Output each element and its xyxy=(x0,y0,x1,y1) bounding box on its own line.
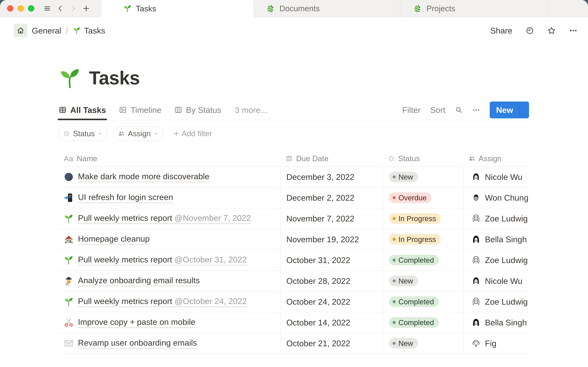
more-options-icon[interactable] xyxy=(569,26,578,35)
task-title-link[interactable]: Make dark mode more discoverable xyxy=(78,172,209,182)
task-name-cell[interactable]: Improve copy + paste on mobile xyxy=(59,312,280,333)
assignee-cell[interactable]: Nicole Wu xyxy=(463,271,529,291)
view-options-icon[interactable] xyxy=(472,106,480,114)
task-name-cell[interactable]: Pull weekly metrics report @October 31, … xyxy=(59,250,280,270)
task-title-link[interactable]: Revamp user onboarding emails xyxy=(78,338,197,349)
new-button[interactable]: New xyxy=(490,101,529,118)
sidebar-toggle-icon[interactable] xyxy=(43,5,51,12)
status-filter-chip[interactable]: Status xyxy=(59,126,108,141)
task-name-cell[interactable]: Pull weekly metrics report @October 24, … xyxy=(59,292,280,312)
assignee-cell[interactable]: Fig xyxy=(463,333,529,354)
status-badge[interactable]: New xyxy=(389,172,418,182)
column-header-assign[interactable]: Assign xyxy=(463,151,529,166)
back-icon[interactable] xyxy=(57,5,64,12)
table-row[interactable]: Pull weekly metrics report @November 7, … xyxy=(59,208,529,229)
task-name-cell[interactable]: Revamp user onboarding emails xyxy=(59,333,280,354)
status-badge[interactable]: Overdue xyxy=(389,192,432,203)
due-date-cell[interactable]: October 14, 2022 xyxy=(280,312,383,333)
add-filter-button[interactable]: Add filter xyxy=(173,129,212,138)
due-date-cell[interactable]: November 7, 2022 xyxy=(280,208,383,229)
clock-icon[interactable] xyxy=(526,26,534,35)
breadcrumb-item-tasks[interactable]: Tasks xyxy=(73,26,105,35)
assignee-cell[interactable]: Bella Singh xyxy=(463,229,529,250)
task-title-link[interactable]: Analyze onboarding email results xyxy=(78,275,200,286)
task-name-cell[interactable]: Pull weekly metrics report @November 7, … xyxy=(59,208,280,229)
task-title-link[interactable]: Pull weekly metrics report @October 24, … xyxy=(78,296,247,307)
status-cell[interactable]: New xyxy=(383,333,463,354)
table-row[interactable]: Homepage cleanupNovember 19, 2022In Prog… xyxy=(59,229,529,250)
due-date-cell[interactable]: October 24, 2022 xyxy=(280,292,383,312)
filter-button[interactable]: Filter xyxy=(402,105,421,115)
status-cell[interactable]: In Progress xyxy=(383,229,463,250)
due-date-cell[interactable]: December 3, 2022 xyxy=(280,167,383,187)
view-tab-all-tasks[interactable]: All Tasks xyxy=(59,100,106,120)
column-header-due-date[interactable]: Due Date xyxy=(280,151,383,166)
page-title[interactable]: Tasks xyxy=(89,67,140,89)
home-breadcrumb-button[interactable] xyxy=(14,24,27,37)
due-date-cell[interactable]: December 2, 2022 xyxy=(280,187,383,208)
task-title-link[interactable]: Pull weekly metrics report @November 7, … xyxy=(78,213,251,224)
breadcrumb-item-general[interactable]: General xyxy=(32,26,61,35)
table-row[interactable]: Revamp user onboarding emailsOctober 21,… xyxy=(59,333,529,354)
task-name-cell[interactable]: UI refresh for login screen xyxy=(59,187,280,208)
status-cell[interactable]: Completed xyxy=(383,292,463,312)
column-header-name[interactable]: Aa Name xyxy=(59,151,280,166)
due-date-cell[interactable]: October 21, 2022 xyxy=(280,333,383,354)
task-title-link[interactable]: Homepage cleanup xyxy=(78,234,150,245)
view-tab-by-status[interactable]: By Status xyxy=(174,100,221,120)
sort-button[interactable]: Sort xyxy=(430,105,445,115)
status-badge[interactable]: In Progress xyxy=(389,234,441,245)
assignee-cell[interactable]: Nicole Wu xyxy=(463,167,529,187)
window-tab-projects[interactable]: Projects xyxy=(400,0,547,17)
more-views-button[interactable]: 3 more... xyxy=(235,105,267,115)
new-tab-icon[interactable] xyxy=(83,5,90,12)
task-name-cell[interactable]: Homepage cleanup xyxy=(59,229,280,250)
share-button[interactable]: Share xyxy=(490,26,512,35)
task-title-link[interactable]: Improve copy + paste on mobile xyxy=(78,317,195,328)
table-row[interactable]: UI refresh for login screenDecember 2, 2… xyxy=(59,187,529,208)
assignee-cell[interactable]: Zoe Ludwig xyxy=(463,208,529,229)
status-badge[interactable]: Completed xyxy=(389,296,439,307)
due-date-cell[interactable]: October 28, 2022 xyxy=(280,271,383,291)
due-date-cell[interactable]: November 19, 2022 xyxy=(280,229,383,250)
table-row[interactable]: Pull weekly metrics report @October 24, … xyxy=(59,292,529,312)
status-badge[interactable]: Completed xyxy=(389,255,439,266)
window-tab-tasks[interactable]: Tasks xyxy=(102,0,253,17)
assign-filter-chip[interactable]: Assign xyxy=(113,126,164,141)
minimize-window-button[interactable] xyxy=(17,5,24,12)
status-cell[interactable]: Completed xyxy=(383,312,463,333)
assignee-cell[interactable]: Won Chung xyxy=(463,187,529,208)
due-date-cell[interactable]: October 31, 2022 xyxy=(280,250,383,270)
forward-icon[interactable] xyxy=(70,5,77,12)
star-icon[interactable] xyxy=(547,26,556,35)
column-header-status[interactable]: Status xyxy=(383,151,463,166)
status-badge[interactable]: New xyxy=(389,275,418,286)
fullscreen-window-button[interactable] xyxy=(28,5,34,12)
assignee-cell[interactable]: Bella Singh xyxy=(463,312,529,333)
window-tab-documents[interactable]: Documents xyxy=(253,0,400,17)
status-cell[interactable]: In Progress xyxy=(383,208,463,229)
table-row[interactable]: Analyze onboarding email resultsOctober … xyxy=(59,271,529,292)
table-row[interactable]: Make dark mode more discoverableDecember… xyxy=(59,167,529,187)
task-name-cell[interactable]: Analyze onboarding email results xyxy=(59,271,280,291)
status-badge[interactable]: New xyxy=(389,338,418,349)
status-cell[interactable]: New xyxy=(383,167,463,187)
seedling-icon xyxy=(64,214,74,223)
table-row[interactable]: Improve copy + paste on mobileOctober 14… xyxy=(59,312,529,333)
task-name-cell[interactable]: Make dark mode more discoverable xyxy=(59,167,280,187)
task-title-link[interactable]: Pull weekly metrics report @October 31, … xyxy=(78,255,247,266)
search-icon[interactable] xyxy=(455,106,463,114)
status-cell[interactable]: Overdue xyxy=(383,187,463,208)
task-title-link[interactable]: UI refresh for login screen xyxy=(78,192,173,203)
status-cell[interactable]: New xyxy=(383,271,463,291)
table-row[interactable]: Pull weekly metrics report @October 31, … xyxy=(59,250,529,271)
status-cell[interactable]: Completed xyxy=(383,250,463,270)
close-window-button[interactable] xyxy=(7,5,13,12)
view-tab-timeline[interactable]: Timeline xyxy=(119,100,161,120)
assignee-cell[interactable]: Zoe Ludwig xyxy=(463,250,529,270)
status-badge[interactable]: Completed xyxy=(389,317,439,328)
new-dropdown-caret-icon[interactable] xyxy=(520,107,529,113)
status-badge[interactable]: In Progress xyxy=(389,213,441,224)
page-icon-seedling[interactable] xyxy=(59,67,81,89)
assignee-cell[interactable]: Zoe Ludwig xyxy=(463,292,529,312)
